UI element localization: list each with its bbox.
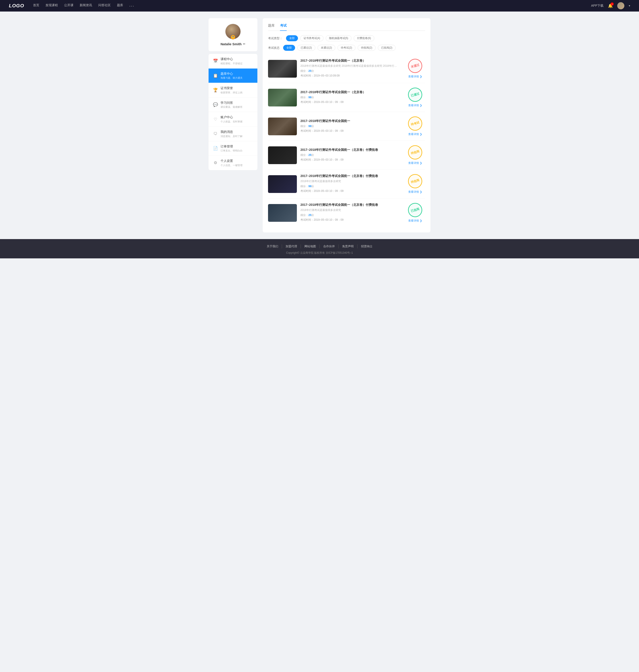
profile-name-text: Natalie Smith (220, 42, 241, 46)
navbar-right: APP下载 🔔 1 ▾ (591, 2, 630, 9)
exam-action-4: 待批阅 查看详情 ❯ (405, 174, 425, 194)
footer-copyright: Copyright© 云朵商学院 版权所有 京ICP备17051340号–1 (0, 251, 639, 255)
sidebar-item-title-4: 账户中心 (220, 115, 253, 119)
exam-action-2: 待考试 查看详情 ❯ (405, 116, 425, 136)
profile-avatar-wrap: 🥇 (225, 23, 241, 39)
logo[interactable]: LOGO (9, 3, 24, 9)
sidebar-item-title-6: 订单管理 (220, 144, 253, 149)
footer-link-1[interactable]: 加盟代理 (282, 244, 301, 249)
sidebar-item-我的消息[interactable]: 🗨 我的消息 消息通知、及时了解 (208, 127, 258, 141)
exam-thumb-4 (268, 175, 297, 193)
exam-type-chip-2[interactable]: 随机抽题考试(5) (326, 35, 352, 41)
exam-time-0: 考试时间：2019–05–03 10:09:09 (300, 74, 402, 78)
exam-score-1: 得分：99分 (300, 96, 402, 99)
exam-status-chip-0[interactable]: 全部 (283, 45, 295, 51)
sidebar-item-sub-4: 个人权益、实时掌握 (220, 120, 253, 123)
notification-bell[interactable]: 🔔 1 (608, 3, 613, 8)
sidebar-item-title-0: 课程中心 (220, 57, 253, 61)
sidebar-icon-4: ♡ (213, 117, 218, 122)
nav-item[interactable]: 题库 (117, 3, 123, 9)
table-row: 2017–2018年行测证件考试全国统一（北京卷）付费批卷 得分：25分 考试时… (268, 141, 425, 170)
exam-type-chip-0[interactable]: 全部 (286, 35, 298, 41)
exam-type-chips: 全部证书类考试(4)随机抽题考试(5)付费批卷(6) (286, 35, 374, 41)
exam-title-3: 2017–2018年行测证件考试全国统一（北京卷）付费批卷 (300, 148, 402, 152)
exam-thumb-2 (268, 117, 297, 135)
sidebar-icon-5: 🗨 (213, 131, 218, 136)
footer-link-4[interactable]: 免责声明 (339, 244, 357, 249)
sidebar: 🥇 Natalie Smith ✏ 📅 课程中心 精彩课程、不容错过 📋 题库中… (208, 18, 258, 233)
footer-links: 关于我们加盟代理网站地图合作伙伴免责声明招贤纳士 (0, 244, 639, 249)
exam-type-filter-row: 考试类型： 全部证书类考试(4)随机抽题考试(5)付费批卷(6) (268, 35, 425, 41)
exam-stamp-1: 已通过 (406, 86, 424, 103)
sidebar-item-证书荣誉[interactable]: 🏆 证书荣誉 收获荣誉、持证上岗 (208, 83, 258, 98)
exam-type-chip-3[interactable]: 付费批卷(6) (354, 35, 374, 41)
exam-type-chip-1[interactable]: 证书类考试(4) (300, 35, 324, 41)
table-row: 2017–2018年行测证件考试全国统一 得分：99分 考试时间：2019–05… (268, 112, 425, 141)
exam-stamp-0: 未通过 (406, 57, 424, 75)
sidebar-item-sub-5: 消息通知、及时了解 (220, 134, 253, 138)
app-download-button[interactable]: APP下载 (591, 4, 604, 8)
nav-item[interactable]: 发现课程 (46, 3, 58, 9)
nav-item[interactable]: 问答社区 (98, 3, 111, 9)
exam-info-3: 2017–2018年行测证件考试全国统一（北京卷）付费批卷 得分：25分 考试时… (300, 148, 402, 163)
footer-link-5[interactable]: 招贤纳士 (357, 244, 376, 249)
exam-score-0: 得分：25分 (300, 69, 402, 73)
nav-item[interactable]: 公开课 (64, 3, 74, 9)
exam-score-3: 得分：25分 (300, 153, 402, 157)
sidebar-profile: 🥇 Natalie Smith ✏ (208, 18, 258, 51)
avatar-image (617, 2, 624, 9)
nav-more-button[interactable]: ··· (129, 3, 135, 9)
exam-status-chip-4[interactable]: 待批阅(2) (358, 45, 376, 51)
tab-考试[interactable]: 考试 (280, 23, 287, 30)
avatar[interactable] (617, 2, 624, 9)
sidebar-icon-7: ⚙ (213, 160, 218, 165)
sidebar-item-sub-6: 订单支出、明明白白 (220, 149, 253, 153)
sidebar-item-课程中心[interactable]: 📅 课程中心 精彩课程、不容错过 (208, 54, 258, 68)
tab-题库[interactable]: 题库 (268, 23, 275, 30)
table-row: 2017–2018年行测证件考试全国统一（北京卷）付费批卷 2018年行测考试是… (268, 170, 425, 198)
sidebar-item-学习问答[interactable]: 💬 学习问答 课后重温、疑难解答 (208, 98, 258, 112)
exam-action-3: 待批阅 查看详情 ❯ (405, 145, 425, 165)
sidebar-item-题库中心[interactable]: 📋 题库中心 海量习题、助力通关 (208, 68, 258, 83)
exam-stamp-2: 待考试 (406, 115, 424, 132)
sidebar-item-sub-3: 课后重温、疑难解答 (220, 105, 253, 109)
exam-title-4: 2017–2018年行测证件考试全国统一（北京卷）付费批卷 (300, 174, 402, 178)
exam-time-1: 考试时间：2019–05–03 10：09：09 (300, 100, 402, 104)
sidebar-item-个人设置[interactable]: ⚙ 个人设置 个人信息、一键管理 (208, 156, 258, 170)
footer-link-2[interactable]: 网站地图 (301, 244, 320, 249)
exam-detail-link-4[interactable]: 查看详情 ❯ (408, 190, 422, 194)
exam-detail-link-5[interactable]: 查看详情 ❯ (408, 219, 422, 223)
sidebar-icon-2: 🏆 (213, 87, 218, 93)
exam-info-0: 2017–2018年行测证件考试全国统一（北京卷） 2018年行测考试是最值得多… (300, 59, 402, 79)
table-row: 2017–2018年行测证件考试全国统一（北京卷）付费批卷 2018年行测考试是… (268, 198, 425, 227)
exam-title-2: 2017–2018年行测证件考试全国统一 (300, 119, 402, 123)
exam-thumb-5 (268, 204, 297, 222)
exam-detail-link-1[interactable]: 查看详情 ❯ (408, 103, 422, 107)
exam-status-chips: 全部已通过(2)未通过(2)待考试(2)待批阅(2)已批阅(2) (283, 45, 395, 51)
bell-badge: 1 (611, 2, 614, 5)
footer-link-3[interactable]: 合作伙伴 (320, 244, 339, 249)
exam-status-chip-5[interactable]: 已批阅(2) (378, 45, 396, 51)
exam-title-0: 2017–2018年行测证件考试全国统一（北京卷） (300, 59, 402, 63)
nav-menu: 首页发现课程公开课新闻资讯问答社区题库··· (33, 3, 591, 9)
exam-status-chip-2[interactable]: 未通过(2) (317, 45, 336, 51)
exam-status-chip-3[interactable]: 待考试(2) (338, 45, 356, 51)
exam-detail-link-0[interactable]: 查看详情 ❯ (408, 75, 422, 79)
footer-link-0[interactable]: 关于我们 (263, 244, 282, 249)
edit-icon[interactable]: ✏ (243, 42, 245, 46)
content-tabs: 题库考试 (268, 23, 425, 31)
nav-item[interactable]: 新闻资讯 (80, 3, 92, 9)
exam-title-1: 2017–2018年行测证件考试全国统一（北京卷） (300, 90, 402, 94)
main-container: 🥇 Natalie Smith ✏ 📅 课程中心 精彩课程、不容错过 📋 题库中… (204, 12, 435, 239)
exam-score-4: 得分：99分 (300, 185, 402, 188)
exam-thumb-3 (268, 146, 297, 164)
exam-detail-link-2[interactable]: 查看详情 ❯ (408, 132, 422, 136)
sidebar-item-订单管理[interactable]: 📄 订单管理 订单支出、明明白白 (208, 141, 258, 156)
nav-item[interactable]: 首页 (33, 3, 39, 9)
chevron-down-icon[interactable]: ▾ (629, 4, 630, 7)
exam-status-filter-row: 考试状态 全部已通过(2)未通过(2)待考试(2)待批阅(2)已批阅(2) (268, 45, 425, 51)
exam-detail-link-3[interactable]: 查看详情 ❯ (408, 161, 422, 165)
sidebar-item-账户中心[interactable]: ♡ 账户中心 个人权益、实时掌握 (208, 112, 258, 127)
exam-status-chip-1[interactable]: 已通过(2) (297, 45, 315, 51)
exam-type-label: 考试类型： (268, 36, 282, 41)
